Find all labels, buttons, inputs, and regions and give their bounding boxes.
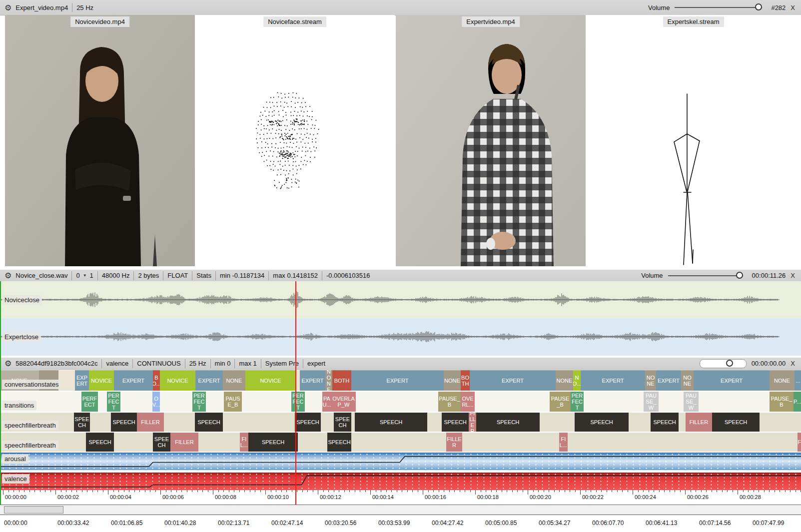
annotation-track-conversationstates[interactable]: NONEEXPERTNOVICEEXPERTBO...NOVICEEXPERTN…	[0, 370, 801, 391]
time-ruler[interactable]: 00:00:0000:00:0200:00:0400:00:0600:00:08…	[0, 490, 801, 505]
minor-tick	[591, 490, 591, 492]
settings-gear-icon[interactable]: ⚙	[4, 359, 11, 368]
annotation-segment[interactable]: SPEECH	[476, 413, 540, 432]
annotation-segment[interactable]: SPEECH	[575, 413, 629, 432]
continuous-track-arousal[interactable]: arousal	[0, 453, 801, 470]
annotation-segment[interactable]: OVERLAP_W	[331, 392, 356, 412]
annotation-segment[interactable]: SPEECH	[74, 413, 90, 432]
annotation-segment[interactable]: PERFECT	[571, 392, 584, 412]
annotation-segment[interactable]: FILLER	[170, 433, 198, 452]
annotation-segment[interactable]: SPEECH	[195, 413, 223, 432]
annotation-segment[interactable]: SPEECH	[334, 413, 351, 432]
annotation-segment[interactable]: NONE	[645, 370, 656, 391]
annotation-segment[interactable]: NOVICE	[160, 370, 195, 391]
annotation-segment[interactable]: PAUSE_W	[644, 392, 659, 412]
annotation-segment[interactable]: EXPERT	[470, 370, 556, 391]
minor-tick	[339, 490, 339, 492]
minor-tick	[643, 490, 644, 492]
annotation-segment[interactable]: SPEECH	[327, 433, 351, 452]
annotation-segment[interactable]: EXPERT	[351, 370, 444, 391]
annotation-segment[interactable]: NONE	[444, 370, 461, 391]
waveform-track-expertclose[interactable]: Expertclose	[0, 318, 801, 356]
annotation-segment[interactable]: EXPERT	[300, 370, 325, 391]
annotation-segment[interactable]: FILLER	[686, 413, 712, 432]
annotation-segment[interactable]: FILLER	[446, 433, 462, 452]
annotation-segment[interactable]: EXPERT	[656, 370, 681, 391]
chevron-down-icon[interactable]: ▼	[83, 273, 87, 278]
slider-knob[interactable]	[726, 360, 733, 367]
annotation-segment[interactable]: EXPERT	[114, 370, 153, 391]
playhead-cursor[interactable]	[295, 281, 296, 505]
annotation-segment[interactable]: NO...	[573, 370, 581, 391]
minor-tick	[187, 490, 187, 492]
annotation-segment[interactable]: SPEECH	[86, 433, 114, 452]
annotation-segment[interactable]: FIL...	[559, 433, 568, 452]
settings-gear-icon[interactable]: ⚙	[4, 3, 11, 12]
annotation-segment[interactable]: EXPERT	[195, 370, 223, 391]
waveform-track-noviceclose[interactable]: Noviceclose	[0, 281, 801, 318]
minor-tick	[433, 490, 434, 492]
annotation-track-speechfillerbreath[interactable]: SPEECHSPEECHFILLERFIL...SPEECHSPEECHFILL…	[0, 433, 801, 452]
annotation-segment[interactable]: PERFECT	[107, 392, 120, 412]
annotation-segment[interactable]: SPEECH	[248, 433, 298, 452]
annotation-segment[interactable]: SPEECH	[153, 433, 170, 452]
annotation-segment[interactable]: PAUSE_B	[550, 392, 571, 412]
close-button[interactable]: X	[791, 360, 795, 367]
video-volume-slider[interactable]	[675, 3, 762, 11]
annotation-segment[interactable]: NONE	[681, 370, 694, 391]
horizontal-scrollbar[interactable]	[0, 505, 801, 515]
annotation-track-transitions[interactable]: PERFECTPERFECTOV...PERFECTPAUSE_BPERFECT…	[0, 392, 801, 412]
annotation-segment[interactable]: SPEECH	[442, 413, 469, 432]
annotation-segment[interactable]: P...	[794, 392, 801, 412]
annotation-segment[interactable]: SPEECH	[295, 413, 321, 432]
annotation-segment[interactable]: PAUSE_B	[438, 392, 461, 412]
annotation-segment[interactable]: BO...	[153, 370, 160, 391]
slider-knob[interactable]	[736, 272, 743, 279]
annotation-segment[interactable]: NOVICE	[245, 370, 296, 391]
annotation-segment[interactable]: FILLER	[469, 413, 476, 432]
annotation-segment[interactable]: BOTH	[461, 370, 470, 391]
minor-tick	[549, 490, 549, 492]
annotation-track-speechfillerbreath[interactable]: SPEECHSPEECHFILLERSPEECHSPEECHSPEECHSPEE…	[0, 413, 801, 432]
annotation-segment[interactable]: PERFECT	[192, 392, 206, 412]
annotation-segment[interactable]: PERFECT	[81, 392, 98, 412]
settings-gear-icon[interactable]: ⚙	[4, 271, 11, 280]
close-button[interactable]: X	[791, 272, 795, 279]
annotation-segment[interactable]: PAUSE_W	[684, 392, 699, 412]
annotation-segment[interactable]: NONE	[223, 370, 245, 391]
annotation-segment[interactable]: SPEECH	[651, 413, 679, 432]
annotation-segment[interactable]: EXPERT	[75, 370, 89, 391]
annotation-segment[interactable]: SPEECH	[111, 413, 137, 432]
annotation-segment[interactable]: F	[798, 433, 801, 452]
annotation-segment[interactable]: ...	[795, 370, 801, 391]
annotation-segment[interactable]: NONE	[770, 370, 795, 391]
annotation-segment[interactable]: PAUSE_B	[224, 392, 242, 412]
expert-skeleton-panel: Expertskel.stream	[586, 15, 801, 266]
ruler-label: 00:00:02	[57, 494, 79, 500]
session-timeline[interactable]: 00:00:0000:00:33.4200:01:06.8500:01:40.2…	[0, 515, 801, 532]
scrollbar-thumb[interactable]	[4, 506, 63, 514]
annotation-segment[interactable]: OV...	[152, 392, 160, 412]
audio-volume-slider[interactable]	[668, 272, 743, 280]
annotation-segment[interactable]: NONE	[556, 370, 573, 391]
annotation-segment[interactable]: NOVICE	[89, 370, 114, 391]
annotation-segment[interactable]: NONE	[325, 370, 332, 391]
selection-start-marker[interactable]	[0, 281, 1, 505]
annotation-segment[interactable]: OVERL...	[461, 392, 475, 412]
annotation-segment[interactable]: PAU...	[322, 392, 331, 412]
ruler-label: 00:00:24	[635, 494, 656, 500]
annotation-segment[interactable]: SPEECH	[712, 413, 760, 432]
annotation-segment[interactable]: SPEECH	[355, 413, 427, 432]
continuous-track-valence[interactable]: valence	[0, 473, 801, 490]
close-button[interactable]: X	[791, 4, 795, 11]
annotation-segment[interactable]: PAUSE_B	[770, 392, 794, 412]
annotation-segment[interactable]: EXPERT	[581, 370, 645, 391]
annotation-segment[interactable]: PERFECT	[291, 392, 305, 412]
slider-knob[interactable]	[755, 3, 762, 10]
annotation-segment[interactable]: FIL...	[240, 433, 248, 452]
annotation-segment[interactable]: BOTH	[332, 370, 351, 391]
stats-button[interactable]: Stats	[196, 272, 211, 279]
annotation-segment[interactable]: EXPERT	[694, 370, 770, 391]
annotation-segment[interactable]: FILLER	[137, 413, 164, 432]
confidence-slider[interactable]	[700, 359, 747, 368]
